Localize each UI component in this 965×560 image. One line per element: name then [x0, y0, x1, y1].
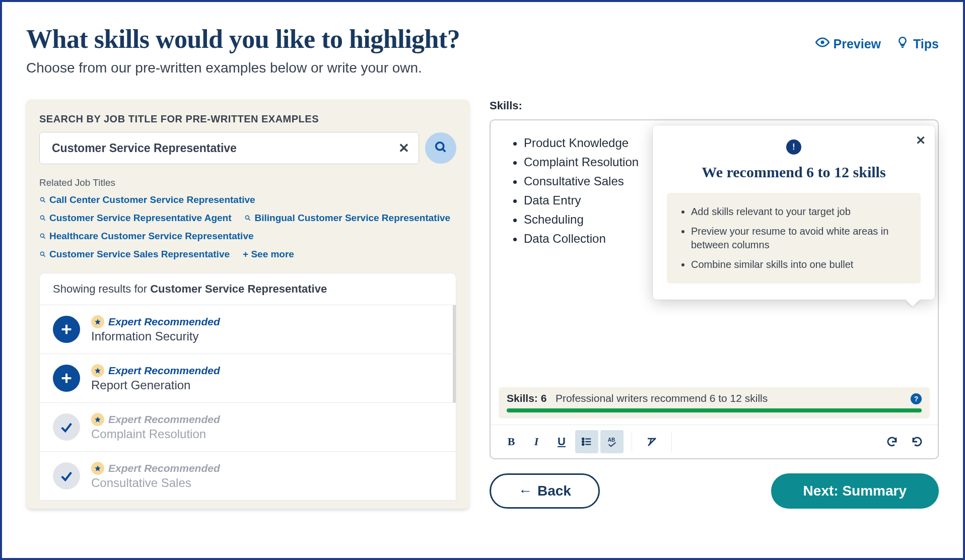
svg-point-11: [40, 252, 44, 255]
expert-recommended-label: Expert Recommended: [108, 462, 220, 474]
expert-recommended-label: Expert Recommended: [108, 316, 220, 328]
svg-marker-15: [95, 319, 101, 325]
result-title: Report Generation: [91, 378, 220, 392]
result-row: Expert Recommended Complaint Resolution: [40, 403, 456, 452]
close-icon[interactable]: ✕: [916, 133, 926, 148]
result-title: Information Security: [91, 329, 220, 343]
svg-point-9: [40, 234, 44, 237]
skills-progress-bar: [507, 408, 922, 412]
next-button[interactable]: Next: Summary: [771, 473, 939, 509]
star-icon: [91, 315, 104, 328]
svg-point-3: [40, 197, 44, 201]
result-row: Expert Recommended Information Security: [40, 305, 456, 354]
svg-line-6: [43, 219, 45, 220]
svg-line-2: [443, 149, 446, 152]
results-list: Showing results for Customer Service Rep…: [39, 273, 456, 501]
svg-point-5: [40, 216, 44, 219]
popover-tip: Add skills relevant to your target job: [691, 202, 910, 222]
lightbulb-icon: [896, 36, 909, 52]
editor-toolbar: B I U AB: [491, 425, 938, 458]
svg-line-10: [43, 237, 45, 238]
underline-button[interactable]: U: [550, 430, 573, 453]
popover-tip: Combine similar skills into one bullet: [691, 255, 910, 274]
italic-button[interactable]: I: [525, 430, 548, 453]
svg-marker-19: [95, 416, 101, 423]
related-title-text: Healthcare Customer Service Representati…: [49, 231, 254, 242]
bullet-list-button[interactable]: [575, 430, 598, 453]
star-icon: [91, 462, 104, 475]
related-title-text: Bilingual Customer Service Representativ…: [254, 213, 450, 224]
info-icon: !: [786, 139, 801, 155]
spellcheck-button[interactable]: AB: [600, 430, 624, 453]
see-more-link[interactable]: + See more: [243, 249, 294, 260]
svg-line-12: [43, 255, 45, 256]
clear-formatting-button[interactable]: [640, 430, 663, 453]
related-title-text: Call Center Customer Service Representat…: [49, 194, 255, 205]
page-title: What skills would you like to highlight?: [26, 24, 460, 54]
expert-recommended-label: Expert Recommended: [108, 365, 220, 377]
back-button[interactable]: ← Back: [490, 473, 600, 509]
bold-button[interactable]: B: [500, 430, 523, 453]
expert-recommended-label: Expert Recommended: [108, 413, 220, 426]
popover-tip: Preview your resume to avoid white areas…: [691, 222, 910, 255]
svg-marker-20: [95, 465, 101, 471]
skills-editor[interactable]: Product Knowledge Complaint Resolution C…: [490, 119, 939, 459]
preview-button[interactable]: Preview: [815, 35, 881, 52]
help-icon[interactable]: ?: [911, 393, 922, 404]
svg-point-7: [246, 216, 249, 219]
related-title-text: Customer Service Representative Agent: [49, 213, 231, 224]
skill-added-button[interactable]: [53, 413, 80, 441]
recommendation-popover: ✕ ! We recommend 6 to 12 skills Add skil…: [653, 125, 935, 300]
svg-point-1: [436, 143, 444, 150]
svg-text:AB: AB: [608, 437, 615, 443]
result-row: Expert Recommended Consultative Sales: [40, 452, 456, 500]
add-skill-button[interactable]: [53, 316, 80, 343]
skills-count-status: Skills: 6 Professional writers recommend…: [499, 387, 930, 418]
related-title-link[interactable]: Healthcare Customer Service Representati…: [39, 231, 254, 242]
preview-label: Preview: [834, 37, 881, 51]
eye-icon: [815, 35, 830, 52]
popover-title: We recommend 6 to 12 skills: [667, 164, 921, 181]
svg-line-8: [249, 219, 250, 220]
related-title-link[interactable]: Customer Service Sales Representative: [39, 249, 230, 260]
results-header: Showing results for Customer Service Rep…: [40, 273, 456, 305]
result-title: Consultative Sales: [91, 476, 220, 490]
search-panel: SEARCH BY JOB TITLE FOR PRE-WRITTEN EXAM…: [26, 99, 469, 509]
skills-section-label: Skills:: [490, 99, 939, 112]
redo-button[interactable]: [906, 430, 929, 453]
undo-button[interactable]: [880, 430, 904, 453]
svg-point-23: [582, 441, 584, 442]
page-subtitle: Choose from our pre-written examples bel…: [26, 60, 460, 76]
search-icon: [434, 140, 448, 156]
svg-line-4: [43, 200, 45, 202]
related-titles-label: Related Job Titles: [39, 177, 456, 188]
svg-point-21: [582, 438, 584, 440]
result-title: Complaint Resolution: [91, 427, 220, 441]
job-title-input[interactable]: [52, 142, 398, 155]
svg-marker-18: [95, 368, 101, 374]
related-title-link[interactable]: Customer Service Representative Agent: [39, 213, 231, 224]
search-button[interactable]: [425, 132, 456, 164]
star-icon: [91, 413, 104, 426]
related-title-text: Customer Service Sales Representative: [49, 249, 230, 260]
related-title-link[interactable]: Bilingual Customer Service Representativ…: [244, 213, 450, 224]
tips-button[interactable]: Tips: [896, 36, 939, 52]
star-icon: [91, 364, 104, 377]
tips-label: Tips: [913, 37, 939, 51]
add-skill-button[interactable]: [53, 365, 80, 392]
svg-point-25: [582, 444, 584, 445]
arrow-left-icon: ←: [518, 483, 532, 499]
clear-search-icon[interactable]: ✕: [398, 141, 409, 156]
svg-point-0: [820, 41, 824, 44]
result-row: Expert Recommended Report Generation: [40, 354, 456, 403]
skill-added-button[interactable]: [53, 462, 80, 489]
search-label: SEARCH BY JOB TITLE FOR PRE-WRITTEN EXAM…: [39, 113, 456, 125]
related-title-link[interactable]: Call Center Customer Service Representat…: [39, 194, 255, 205]
